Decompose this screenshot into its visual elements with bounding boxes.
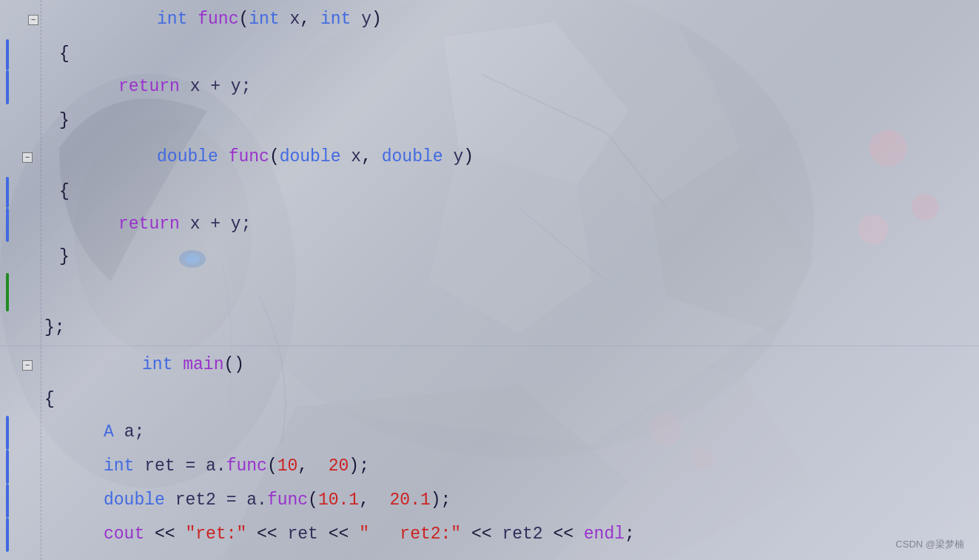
blue-marker-6	[6, 177, 9, 208]
line-content-14: int ret = a.func(10, 20);	[44, 450, 979, 484]
collapse-btn-5[interactable]: −	[22, 152, 33, 163]
gutter-11: −	[0, 346, 44, 385]
blue-marker-15	[6, 484, 9, 518]
code-line-15: double ret2 = a.func(10.1, 20.1);	[0, 484, 979, 518]
collapse-btn-11[interactable]: −	[22, 360, 33, 371]
blue-marker-3	[6, 70, 9, 104]
gutter-7	[0, 208, 44, 242]
gutter-10	[0, 311, 44, 345]
line-content-7: return x + y;	[44, 208, 979, 242]
watermark: CSDN @梁梦楠	[895, 538, 964, 551]
gutter-3	[0, 70, 44, 104]
code-line-14: int ret = a.func(10, 20);	[0, 450, 979, 484]
gutter-6	[0, 177, 44, 208]
code-line-1: − int func(int x, int y)	[0, 0, 979, 39]
code-line-2: {	[0, 39, 979, 70]
line-content-15: double ret2 = a.func(10.1, 20.1);	[44, 484, 979, 518]
blue-marker-13	[6, 416, 9, 450]
code-line-7: return x + y;	[0, 208, 979, 242]
code-line-6: {	[0, 177, 979, 208]
code-line-5: − double func(double x, double y)	[0, 138, 979, 177]
line-content-12: {	[44, 385, 979, 416]
code-line-11: − int main()	[0, 346, 979, 385]
code-line-16: cout << "ret:" << ret << " ret2:" << ret…	[0, 518, 979, 552]
line-content-9	[44, 273, 979, 311]
keyword-int: int	[157, 10, 187, 29]
line-content-3: return x + y;	[44, 70, 979, 104]
line-content-8: }	[44, 242, 979, 273]
section-separator	[0, 345, 979, 346]
line-content-5: double func(double x, double y)	[44, 138, 979, 177]
code-line-3: return x + y;	[0, 70, 979, 104]
blue-marker-16	[6, 518, 9, 552]
code-editor: − int func(int x, int y) {	[0, 0, 979, 560]
line-content-2: {	[44, 39, 979, 70]
code-line-9	[0, 273, 979, 311]
code-line-13: A a;	[0, 416, 979, 450]
collapse-btn-1[interactable]: −	[28, 15, 38, 25]
line-content-13: A a;	[44, 416, 979, 450]
gutter-14	[0, 450, 44, 484]
line-content-1: int func(int x, int y)	[44, 0, 979, 39]
gutter-15	[0, 484, 44, 518]
gutter-5: −	[0, 138, 44, 177]
text-space	[187, 10, 198, 29]
gutter-4	[0, 104, 44, 138]
line-content-6: {	[44, 177, 979, 208]
blue-marker-2	[6, 39, 9, 70]
gutter-12	[0, 385, 44, 416]
gutter-1: −	[0, 0, 44, 39]
keyword-func: func	[198, 10, 238, 29]
blue-marker-7	[6, 208, 9, 242]
gutter-2	[0, 39, 44, 70]
gutter-8	[0, 242, 44, 273]
code-line-12: {	[0, 385, 979, 416]
code-line-8: }	[0, 242, 979, 273]
line-content-11: int main()	[44, 346, 979, 385]
green-marker-9	[6, 273, 9, 311]
line-content-16: cout << "ret:" << ret << " ret2:" << ret…	[44, 518, 979, 552]
blue-marker-14	[6, 450, 9, 484]
gutter-13	[0, 416, 44, 450]
gutter-16	[0, 518, 44, 552]
gutter-9	[0, 273, 44, 311]
